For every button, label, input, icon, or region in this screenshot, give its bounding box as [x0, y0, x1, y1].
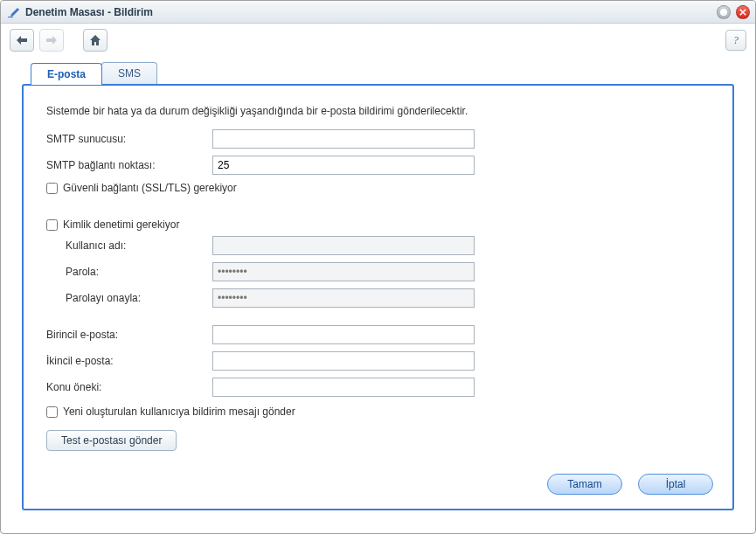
- ssl-checkbox[interactable]: [46, 183, 58, 194]
- secondary-email-label: İkincil e-posta:: [46, 355, 212, 367]
- ok-button[interactable]: Tamam: [547, 474, 622, 495]
- subject-prefix-input[interactable]: [212, 378, 475, 397]
- toolbar: ?: [1, 24, 755, 57]
- titlebar-help-button[interactable]: [717, 5, 731, 19]
- tab-sms[interactable]: SMS: [101, 62, 157, 84]
- password-label: Parola:: [46, 266, 212, 278]
- auth-label: Kimlik denetimi gerekiyor: [63, 218, 179, 231]
- app-window: Denetim Masası - Bildirim ? E-posta SMS …: [0, 0, 756, 534]
- tab-email[interactable]: E-posta: [31, 63, 102, 85]
- smtp-server-label: SMTP sunucusu:: [46, 133, 212, 145]
- username-label: Kullanıcı adı:: [46, 239, 212, 252]
- back-button[interactable]: [10, 29, 34, 52]
- help-button[interactable]: ?: [725, 30, 746, 51]
- email-panel: Sistemde bir hata ya da durum değişikliğ…: [22, 84, 734, 510]
- primary-email-label: Birincil e-posta:: [46, 329, 212, 341]
- subject-prefix-label: Konu öneki:: [46, 381, 212, 393]
- username-input[interactable]: [212, 236, 475, 255]
- panel-footer: Tamam İptal: [547, 474, 713, 495]
- send-test-email-button[interactable]: Test e-postası gönder: [46, 430, 177, 451]
- notify-new-user-label: Yeni oluşturulan kullanıcıya bildirim me…: [63, 406, 295, 418]
- cancel-button[interactable]: İptal: [638, 474, 713, 495]
- smtp-server-input[interactable]: [212, 129, 475, 149]
- confirm-password-label: Parolayı onayla:: [46, 292, 212, 304]
- home-button[interactable]: [83, 29, 108, 52]
- ssl-label: Güvenli bağlantı (SSL/TLS) gerekiyor: [63, 182, 237, 194]
- auth-checkbox[interactable]: [46, 219, 58, 231]
- tab-bar: E-posta SMS: [31, 62, 734, 84]
- primary-email-input[interactable]: [212, 325, 475, 344]
- titlebar-close-button[interactable]: [736, 5, 750, 19]
- forward-button[interactable]: [39, 29, 64, 52]
- notify-new-user-checkbox[interactable]: [46, 406, 58, 418]
- confirm-password-input[interactable]: [212, 288, 475, 308]
- smtp-port-input[interactable]: [212, 156, 475, 175]
- panel-description: Sistemde bir hata ya da durum değişikliğ…: [46, 105, 710, 117]
- smtp-port-label: SMTP bağlantı noktası:: [46, 159, 212, 171]
- password-input[interactable]: [212, 262, 475, 281]
- app-icon: [6, 5, 20, 19]
- window-title: Denetim Masası - Bildirim: [25, 6, 711, 18]
- titlebar: Denetim Masası - Bildirim: [1, 1, 755, 24]
- secondary-email-input[interactable]: [212, 351, 475, 371]
- content-area: E-posta SMS Sistemde bir hata ya da duru…: [1, 57, 755, 533]
